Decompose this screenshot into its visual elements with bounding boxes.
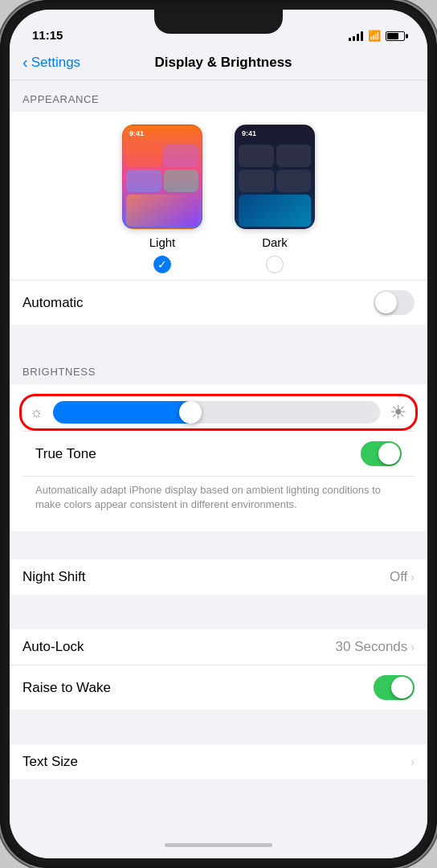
true-tone-toggle-thumb xyxy=(378,443,400,465)
brightness-thumb xyxy=(179,401,202,424)
appearance-section: 9:41 xyxy=(10,112,427,325)
auto-lock-chevron-icon: › xyxy=(410,641,415,653)
light-status-bar: 9:41 xyxy=(123,125,202,141)
section-gap-3 xyxy=(10,601,427,629)
appearance-options: 9:41 xyxy=(10,112,427,280)
night-shift-label: Night Shift xyxy=(22,569,85,585)
back-chevron-icon: ‹ xyxy=(22,54,28,70)
light-body xyxy=(123,141,202,229)
sun-large-icon: ☀ xyxy=(390,401,407,424)
light-radio[interactable]: ✓ xyxy=(153,256,171,273)
dark-label: Dark xyxy=(262,235,288,249)
auto-lock-value-text: 30 Seconds xyxy=(336,639,408,655)
dark-status-bar: 9:41 xyxy=(235,125,314,141)
brightness-fill xyxy=(53,401,190,424)
raise-to-wake-label: Raise to Wake xyxy=(22,680,111,696)
text-size-value: › xyxy=(410,755,415,768)
signal-icon xyxy=(349,31,363,41)
brightness-highlight: ☼ ☀ xyxy=(19,394,418,431)
night-shift-row[interactable]: Night Shift Off › xyxy=(10,559,427,595)
notch xyxy=(154,10,283,34)
light-thumbnail: 9:41 xyxy=(122,125,202,229)
night-shift-chevron-icon: › xyxy=(410,571,415,583)
brightness-section: ☼ ☀ True Tone Automatically adapt iPhone… xyxy=(10,384,427,531)
scroll-content[interactable]: APPEARANCE 9:41 xyxy=(10,80,427,831)
section-gap-2 xyxy=(10,531,427,559)
appearance-light-option[interactable]: 9:41 xyxy=(122,125,202,273)
checkmark-icon: ✓ xyxy=(157,259,167,270)
dark-time: 9:41 xyxy=(242,129,256,137)
back-label: Settings xyxy=(31,55,80,71)
light-time: 9:41 xyxy=(129,129,144,137)
dark-radio[interactable] xyxy=(266,256,284,273)
brightness-slider[interactable] xyxy=(53,401,381,424)
page-title: Display & Brightness xyxy=(80,55,366,71)
text-size-card: Text Size › xyxy=(10,744,427,780)
true-tone-toggle[interactable] xyxy=(361,441,402,466)
status-time: 11:15 xyxy=(32,28,63,42)
raise-to-wake-row: Raise to Wake xyxy=(10,665,427,710)
lock-wake-card: Auto-Lock 30 Seconds › Raise to Wake xyxy=(10,629,427,710)
section-gap-4 xyxy=(10,716,427,744)
home-indicator[interactable] xyxy=(10,831,427,858)
true-tone-label: True Tone xyxy=(35,446,96,462)
sun-small-icon: ☼ xyxy=(30,404,43,421)
auto-lock-row[interactable]: Auto-Lock 30 Seconds › xyxy=(10,629,427,665)
text-size-row[interactable]: Text Size › xyxy=(10,744,427,780)
battery-fill xyxy=(387,33,398,39)
automatic-label: Automatic xyxy=(22,295,84,311)
text-size-chevron-icon: › xyxy=(410,755,415,768)
home-bar xyxy=(165,843,272,847)
phone-screen: 11:15 📶 ‹ Settings Display & Brigh xyxy=(10,10,427,858)
nav-bar: ‹ Settings Display & Brightness xyxy=(10,45,427,80)
night-shift-value: Off › xyxy=(390,569,415,585)
light-label: Light xyxy=(149,235,176,249)
appearance-section-label: APPEARANCE xyxy=(10,80,427,112)
back-button[interactable]: ‹ Settings xyxy=(22,55,80,71)
auto-lock-label: Auto-Lock xyxy=(22,639,84,655)
toggle-thumb xyxy=(375,292,397,313)
battery-icon xyxy=(386,31,405,41)
wifi-icon: 📶 xyxy=(368,30,381,42)
automatic-toggle[interactable] xyxy=(374,290,415,315)
phone-frame: 11:15 📶 ‹ Settings Display & Brigh xyxy=(0,0,437,868)
section-gap-1 xyxy=(10,325,427,353)
status-icons: 📶 xyxy=(349,30,405,42)
dark-body xyxy=(235,141,314,229)
dark-thumbnail: 9:41 xyxy=(235,125,315,229)
true-tone-row: True Tone xyxy=(22,431,415,476)
raise-to-wake-toggle-thumb xyxy=(391,677,413,698)
brightness-section-label: BRIGHTNESS xyxy=(10,353,427,384)
bottom-padding xyxy=(10,786,427,818)
true-tone-description: Automatically adapt iPhone display based… xyxy=(22,476,415,522)
text-size-label: Text Size xyxy=(22,754,78,770)
raise-to-wake-toggle[interactable] xyxy=(374,675,415,700)
night-shift-value-text: Off xyxy=(390,569,407,585)
night-shift-card: Night Shift Off › xyxy=(10,559,427,595)
appearance-dark-option[interactable]: 9:41 xyxy=(235,125,315,273)
automatic-row: Automatic xyxy=(10,280,427,325)
auto-lock-value: 30 Seconds › xyxy=(336,639,415,655)
